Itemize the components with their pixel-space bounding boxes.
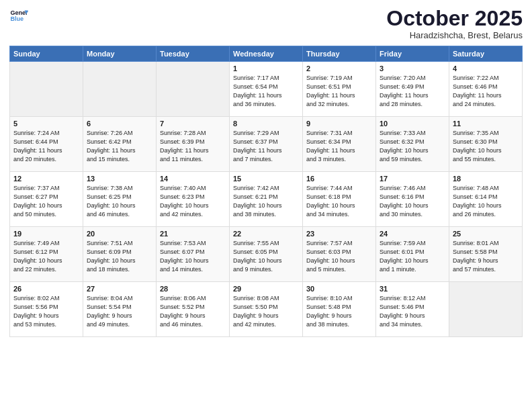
week-row-5: 26Sunrise: 8:02 AM Sunset: 5:56 PM Dayli… [10,282,523,337]
day-cell [10,62,83,117]
day-info: Sunrise: 8:06 AM Sunset: 5:52 PM Dayligh… [160,294,226,329]
day-number: 28 [160,285,226,293]
day-cell: 26Sunrise: 8:02 AM Sunset: 5:56 PM Dayli… [10,282,83,337]
day-number: 30 [306,285,372,293]
day-number: 22 [233,230,299,238]
day-cell: 16Sunrise: 7:44 AM Sunset: 6:18 PM Dayli… [303,172,376,227]
header-cell-saturday: Saturday [449,46,523,62]
day-cell: 22Sunrise: 7:55 AM Sunset: 6:05 PM Dayli… [230,227,303,282]
day-cell: 3Sunrise: 7:20 AM Sunset: 6:49 PM Daylig… [376,62,449,117]
week-row-4: 19Sunrise: 7:49 AM Sunset: 6:12 PM Dayli… [10,227,523,282]
week-row-1: 1Sunrise: 7:17 AM Sunset: 6:54 PM Daylig… [10,62,523,117]
day-number: 1 [233,64,299,73]
day-cell: 17Sunrise: 7:46 AM Sunset: 6:16 PM Dayli… [376,172,449,227]
day-info: Sunrise: 7:55 AM Sunset: 6:05 PM Dayligh… [233,239,299,274]
day-number: 27 [87,285,152,293]
day-number: 12 [13,175,79,183]
day-cell: 21Sunrise: 7:53 AM Sunset: 6:07 PM Dayli… [157,227,230,282]
day-cell: 11Sunrise: 7:35 AM Sunset: 6:30 PM Dayli… [449,117,523,172]
day-info: Sunrise: 7:44 AM Sunset: 6:18 PM Dayligh… [306,184,372,219]
day-cell: 24Sunrise: 7:59 AM Sunset: 6:01 PM Dayli… [376,227,449,282]
header-cell-sunday: Sunday [10,46,83,62]
day-cell: 5Sunrise: 7:24 AM Sunset: 6:44 PM Daylig… [10,117,83,172]
day-number: 14 [160,175,226,183]
calendar: SundayMondayTuesdayWednesdayThursdayFrid… [9,46,523,337]
day-number: 13 [87,175,152,183]
subtitle: Haradzishcha, Brest, Belarus [386,30,523,40]
day-info: Sunrise: 7:40 AM Sunset: 6:23 PM Dayligh… [160,184,226,219]
day-info: Sunrise: 7:17 AM Sunset: 6:54 PM Dayligh… [233,74,299,109]
day-number: 7 [160,120,226,128]
day-cell: 20Sunrise: 7:51 AM Sunset: 6:09 PM Dayli… [83,227,157,282]
day-number: 17 [380,175,445,183]
day-info: Sunrise: 7:51 AM Sunset: 6:09 PM Dayligh… [87,239,152,274]
day-info: Sunrise: 7:37 AM Sunset: 6:27 PM Dayligh… [13,184,79,219]
header: General Blue October 2025 Haradzishcha, … [9,7,523,40]
day-number: 11 [453,120,519,128]
day-number: 19 [13,230,79,238]
day-cell: 10Sunrise: 7:33 AM Sunset: 6:32 PM Dayli… [376,117,449,172]
day-info: Sunrise: 8:10 AM Sunset: 5:48 PM Dayligh… [306,294,372,329]
week-row-2: 5Sunrise: 7:24 AM Sunset: 6:44 PM Daylig… [10,117,523,172]
day-number: 20 [87,230,152,238]
day-info: Sunrise: 7:57 AM Sunset: 6:03 PM Dayligh… [306,239,372,274]
header-cell-thursday: Thursday [303,46,376,62]
day-number: 21 [160,230,226,238]
day-info: Sunrise: 7:33 AM Sunset: 6:32 PM Dayligh… [380,129,445,164]
day-number: 31 [380,285,445,293]
day-number: 18 [453,175,519,183]
day-cell: 18Sunrise: 7:48 AM Sunset: 6:14 PM Dayli… [449,172,523,227]
day-number: 9 [306,120,372,128]
day-cell: 7Sunrise: 7:28 AM Sunset: 6:39 PM Daylig… [157,117,230,172]
day-number: 8 [233,120,299,128]
day-cell: 2Sunrise: 7:19 AM Sunset: 6:51 PM Daylig… [303,62,376,117]
day-info: Sunrise: 7:38 AM Sunset: 6:25 PM Dayligh… [87,184,152,219]
day-number: 29 [233,285,299,293]
day-info: Sunrise: 7:20 AM Sunset: 6:49 PM Dayligh… [380,74,445,109]
day-cell: 29Sunrise: 8:08 AM Sunset: 5:50 PM Dayli… [230,282,303,337]
day-number: 10 [380,120,445,128]
day-info: Sunrise: 7:48 AM Sunset: 6:14 PM Dayligh… [453,184,519,219]
day-info: Sunrise: 8:04 AM Sunset: 5:54 PM Dayligh… [87,294,152,329]
day-info: Sunrise: 7:46 AM Sunset: 6:16 PM Dayligh… [380,184,445,219]
day-cell: 28Sunrise: 8:06 AM Sunset: 5:52 PM Dayli… [157,282,230,337]
day-info: Sunrise: 7:19 AM Sunset: 6:51 PM Dayligh… [306,74,372,109]
day-info: Sunrise: 8:12 AM Sunset: 5:46 PM Dayligh… [380,294,445,329]
day-cell: 1Sunrise: 7:17 AM Sunset: 6:54 PM Daylig… [230,62,303,117]
day-cell: 14Sunrise: 7:40 AM Sunset: 6:23 PM Dayli… [157,172,230,227]
svg-text:Blue: Blue [10,15,24,22]
day-number: 5 [13,120,79,128]
day-number: 2 [306,64,372,73]
day-cell: 30Sunrise: 8:10 AM Sunset: 5:48 PM Dayli… [303,282,376,337]
day-cell: 31Sunrise: 8:12 AM Sunset: 5:46 PM Dayli… [376,282,449,337]
day-cell: 8Sunrise: 7:29 AM Sunset: 6:37 PM Daylig… [230,117,303,172]
header-cell-tuesday: Tuesday [157,46,230,62]
day-info: Sunrise: 7:35 AM Sunset: 6:30 PM Dayligh… [453,129,519,164]
day-number: 23 [306,230,372,238]
day-number: 15 [233,175,299,183]
day-number: 24 [380,230,445,238]
day-info: Sunrise: 7:31 AM Sunset: 6:34 PM Dayligh… [306,129,372,164]
day-cell: 13Sunrise: 7:38 AM Sunset: 6:25 PM Dayli… [83,172,157,227]
day-number: 26 [13,285,79,293]
page: General Blue October 2025 Haradzishcha, … [0,0,532,411]
day-info: Sunrise: 8:02 AM Sunset: 5:56 PM Dayligh… [13,294,79,329]
day-info: Sunrise: 7:49 AM Sunset: 6:12 PM Dayligh… [13,239,79,274]
title-block: October 2025 Haradzishcha, Brest, Belaru… [386,7,523,40]
day-cell: 25Sunrise: 8:01 AM Sunset: 5:58 PM Dayli… [449,227,523,282]
day-cell: 15Sunrise: 7:42 AM Sunset: 6:21 PM Dayli… [230,172,303,227]
day-info: Sunrise: 7:24 AM Sunset: 6:44 PM Dayligh… [13,129,79,164]
day-number: 3 [380,64,445,73]
day-cell [157,62,230,117]
day-info: Sunrise: 7:22 AM Sunset: 6:46 PM Dayligh… [453,74,519,109]
day-cell: 4Sunrise: 7:22 AM Sunset: 6:46 PM Daylig… [449,62,523,117]
logo-icon: General Blue [9,7,28,26]
day-cell: 23Sunrise: 7:57 AM Sunset: 6:03 PM Dayli… [303,227,376,282]
day-cell: 9Sunrise: 7:31 AM Sunset: 6:34 PM Daylig… [303,117,376,172]
day-number: 16 [306,175,372,183]
day-info: Sunrise: 7:53 AM Sunset: 6:07 PM Dayligh… [160,239,226,274]
day-info: Sunrise: 8:08 AM Sunset: 5:50 PM Dayligh… [233,294,299,329]
day-info: Sunrise: 8:01 AM Sunset: 5:58 PM Dayligh… [453,239,519,274]
day-number: 6 [87,120,152,128]
logo: General Blue [9,7,28,26]
